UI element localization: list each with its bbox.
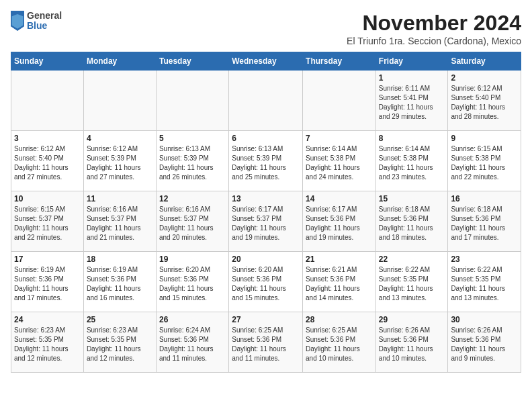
day-info: Sunrise: 6:23 AM Sunset: 5:35 PM Dayligh…	[14, 326, 81, 363]
calendar-week-3: 10Sunrise: 6:15 AM Sunset: 5:37 PM Dayli…	[11, 191, 521, 252]
day-number: 13	[232, 194, 300, 203]
day-number: 9	[451, 134, 518, 143]
day-number: 23	[451, 255, 518, 264]
day-number: 22	[379, 255, 445, 264]
page-header: General Blue November 2024 El Triunfo 1r…	[11, 11, 521, 46]
day-number: 3	[14, 134, 81, 143]
logo-blue-text: Blue	[27, 21, 62, 31]
day-number: 16	[451, 194, 518, 203]
calendar-cell: 17Sunrise: 6:19 AM Sunset: 5:36 PM Dayli…	[11, 252, 84, 312]
calendar-cell: 24Sunrise: 6:23 AM Sunset: 5:35 PM Dayli…	[11, 312, 84, 373]
day-info: Sunrise: 6:16 AM Sunset: 5:37 PM Dayligh…	[87, 205, 153, 242]
weekday-header-wednesday: Wednesday	[229, 52, 303, 71]
day-info: Sunrise: 6:14 AM Sunset: 5:38 PM Dayligh…	[306, 144, 373, 182]
day-number: 30	[451, 315, 518, 324]
day-info: Sunrise: 6:21 AM Sunset: 5:36 PM Dayligh…	[306, 265, 373, 303]
calendar-cell: 28Sunrise: 6:25 AM Sunset: 5:36 PM Dayli…	[303, 312, 376, 373]
day-number: 21	[306, 255, 373, 264]
weekday-header-tuesday: Tuesday	[156, 52, 228, 71]
weekday-header-friday: Friday	[375, 52, 448, 71]
day-number: 19	[159, 255, 226, 264]
calendar-cell: 23Sunrise: 6:22 AM Sunset: 5:35 PM Dayli…	[448, 252, 521, 312]
day-number: 8	[379, 134, 445, 143]
day-info: Sunrise: 6:26 AM Sunset: 5:36 PM Dayligh…	[379, 326, 445, 363]
logo-icon	[11, 11, 24, 31]
day-number: 17	[14, 255, 81, 264]
day-number: 10	[14, 194, 81, 203]
day-info: Sunrise: 6:20 AM Sunset: 5:36 PM Dayligh…	[232, 265, 300, 303]
weekday-header-row: SundayMondayTuesdayWednesdayThursdayFrid…	[11, 52, 521, 71]
day-info: Sunrise: 6:18 AM Sunset: 5:36 PM Dayligh…	[379, 205, 445, 242]
title-area: November 2024 El Triunfo 1ra. Seccion (C…	[347, 11, 521, 46]
calendar-cell: 6Sunrise: 6:13 AM Sunset: 5:39 PM Daylig…	[229, 131, 303, 191]
calendar-cell: 19Sunrise: 6:20 AM Sunset: 5:36 PM Dayli…	[156, 252, 228, 312]
day-info: Sunrise: 6:25 AM Sunset: 5:36 PM Dayligh…	[232, 326, 300, 363]
calendar-cell: 21Sunrise: 6:21 AM Sunset: 5:36 PM Dayli…	[303, 252, 376, 312]
day-info: Sunrise: 6:24 AM Sunset: 5:36 PM Dayligh…	[159, 326, 226, 363]
calendar-cell: 14Sunrise: 6:17 AM Sunset: 5:36 PM Dayli…	[303, 191, 376, 252]
day-number: 24	[14, 315, 81, 324]
calendar-cell: 11Sunrise: 6:16 AM Sunset: 5:37 PM Dayli…	[83, 191, 156, 252]
calendar-cell: 3Sunrise: 6:12 AM Sunset: 5:40 PM Daylig…	[11, 131, 84, 191]
day-info: Sunrise: 6:17 AM Sunset: 5:37 PM Dayligh…	[232, 205, 300, 242]
calendar-cell	[156, 71, 228, 131]
logo-general-text: General	[27, 11, 62, 21]
day-number: 14	[306, 194, 373, 203]
calendar-cell: 12Sunrise: 6:16 AM Sunset: 5:37 PM Dayli…	[156, 191, 228, 252]
weekday-header-sunday: Sunday	[11, 52, 84, 71]
calendar-cell	[11, 71, 84, 131]
calendar-cell: 2Sunrise: 6:12 AM Sunset: 5:40 PM Daylig…	[448, 71, 521, 131]
day-info: Sunrise: 6:20 AM Sunset: 5:36 PM Dayligh…	[159, 265, 226, 303]
day-info: Sunrise: 6:14 AM Sunset: 5:38 PM Dayligh…	[379, 144, 445, 182]
day-info: Sunrise: 6:18 AM Sunset: 5:36 PM Dayligh…	[451, 205, 518, 242]
day-info: Sunrise: 6:26 AM Sunset: 5:36 PM Dayligh…	[451, 326, 518, 363]
calendar-cell: 25Sunrise: 6:23 AM Sunset: 5:35 PM Dayli…	[83, 312, 156, 373]
day-info: Sunrise: 6:15 AM Sunset: 5:37 PM Dayligh…	[14, 205, 81, 242]
day-info: Sunrise: 6:11 AM Sunset: 5:41 PM Dayligh…	[379, 84, 445, 122]
calendar-cell: 29Sunrise: 6:26 AM Sunset: 5:36 PM Dayli…	[375, 312, 448, 373]
weekday-header-monday: Monday	[83, 52, 156, 71]
day-number: 28	[306, 315, 373, 324]
day-info: Sunrise: 6:12 AM Sunset: 5:39 PM Dayligh…	[87, 144, 153, 182]
day-number: 18	[87, 255, 153, 264]
day-number: 27	[232, 315, 300, 324]
day-number: 4	[87, 134, 153, 143]
day-info: Sunrise: 6:12 AM Sunset: 5:40 PM Dayligh…	[14, 144, 81, 182]
calendar-cell: 13Sunrise: 6:17 AM Sunset: 5:37 PM Dayli…	[229, 191, 303, 252]
calendar-cell: 18Sunrise: 6:19 AM Sunset: 5:36 PM Dayli…	[83, 252, 156, 312]
day-number: 11	[87, 194, 153, 203]
day-number: 7	[306, 134, 373, 143]
calendar-week-5: 24Sunrise: 6:23 AM Sunset: 5:35 PM Dayli…	[11, 312, 521, 373]
calendar-cell: 1Sunrise: 6:11 AM Sunset: 5:41 PM Daylig…	[375, 71, 448, 131]
calendar-cell: 15Sunrise: 6:18 AM Sunset: 5:36 PM Dayli…	[375, 191, 448, 252]
day-number: 6	[232, 134, 300, 143]
calendar-cell: 4Sunrise: 6:12 AM Sunset: 5:39 PM Daylig…	[83, 131, 156, 191]
day-info: Sunrise: 6:16 AM Sunset: 5:37 PM Dayligh…	[159, 205, 226, 242]
day-info: Sunrise: 6:15 AM Sunset: 5:38 PM Dayligh…	[451, 144, 518, 182]
calendar-cell: 7Sunrise: 6:14 AM Sunset: 5:38 PM Daylig…	[303, 131, 376, 191]
calendar-cell	[83, 71, 156, 131]
day-info: Sunrise: 6:23 AM Sunset: 5:35 PM Dayligh…	[87, 326, 153, 363]
day-info: Sunrise: 6:19 AM Sunset: 5:36 PM Dayligh…	[14, 265, 81, 303]
day-number: 12	[159, 194, 226, 203]
day-info: Sunrise: 6:12 AM Sunset: 5:40 PM Dayligh…	[451, 84, 518, 122]
month-title: November 2024	[347, 11, 521, 36]
day-number: 26	[159, 315, 226, 324]
calendar-cell: 9Sunrise: 6:15 AM Sunset: 5:38 PM Daylig…	[448, 131, 521, 191]
day-number: 20	[232, 255, 300, 264]
calendar-cell: 22Sunrise: 6:22 AM Sunset: 5:35 PM Dayli…	[375, 252, 448, 312]
calendar-table: SundayMondayTuesdayWednesdayThursdayFrid…	[11, 52, 521, 373]
calendar-cell: 5Sunrise: 6:13 AM Sunset: 5:39 PM Daylig…	[156, 131, 228, 191]
calendar-cell: 30Sunrise: 6:26 AM Sunset: 5:36 PM Dayli…	[448, 312, 521, 373]
day-number: 15	[379, 194, 445, 203]
day-info: Sunrise: 6:17 AM Sunset: 5:36 PM Dayligh…	[306, 205, 373, 242]
location-title: El Triunfo 1ra. Seccion (Cardona), Mexic…	[347, 36, 521, 46]
logo-text: General Blue	[27, 11, 62, 32]
day-number: 29	[379, 315, 445, 324]
day-info: Sunrise: 6:22 AM Sunset: 5:35 PM Dayligh…	[451, 265, 518, 303]
day-info: Sunrise: 6:22 AM Sunset: 5:35 PM Dayligh…	[379, 265, 445, 303]
day-number: 25	[87, 315, 153, 324]
calendar-cell: 27Sunrise: 6:25 AM Sunset: 5:36 PM Dayli…	[229, 312, 303, 373]
logo: General Blue	[11, 11, 62, 32]
calendar-cell	[303, 71, 376, 131]
